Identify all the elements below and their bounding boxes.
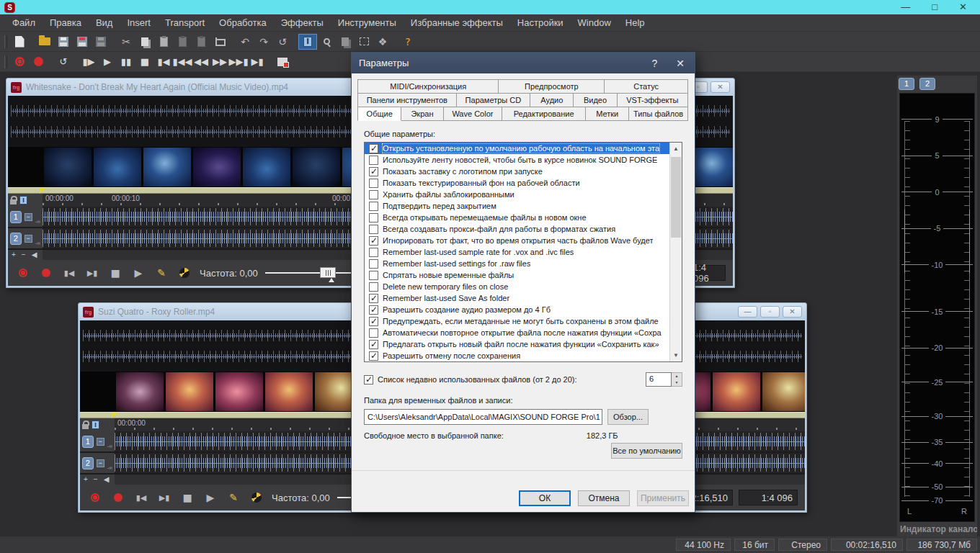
app-minimize-button[interactable]: —	[901, 1, 910, 14]
paste-special-icon[interactable]	[173, 34, 192, 50]
scrub-speaker-icon[interactable]	[177, 265, 192, 281]
track-number-button[interactable]: 1	[10, 211, 22, 223]
option-checkbox[interactable]	[369, 271, 378, 280]
tab-preview[interactable]: Предпросмотр	[498, 79, 605, 94]
option-checkbox[interactable]	[369, 305, 378, 315]
tab-vst-effects[interactable]: VST-эффекты	[617, 93, 688, 107]
cut-icon[interactable]: ✂	[117, 34, 135, 50]
option-checkbox[interactable]	[369, 213, 378, 222]
menu-favorite-effects[interactable]: Избранные эффекты	[404, 16, 509, 30]
option-checkbox[interactable]	[369, 144, 378, 153]
record-remote-icon[interactable]	[15, 265, 31, 281]
zoom-in-button[interactable]: +	[10, 251, 17, 259]
option-row[interactable]: Разрешить создание аудио размером до 4 Г…	[365, 304, 669, 315]
track-number-button[interactable]: 2	[82, 457, 94, 469]
track-minimize-button[interactable]: −	[97, 438, 104, 446]
option-row[interactable]: Remember last-used sample rate for .vox …	[365, 246, 669, 258]
scroll-down-arrow[interactable]: ▼	[670, 349, 682, 361]
open-file-icon[interactable]	[35, 34, 54, 50]
option-row[interactable]: Показать текстурированный фон на рабочей…	[365, 177, 669, 189]
dialog-close-button[interactable]: ✕	[676, 58, 685, 69]
scroll-up-arrow[interactable]: ▲	[670, 143, 682, 155]
level-meter[interactable]: 9 5 0 -5 -10 -15 -20 -25 -30 -35 -40 -50…	[899, 93, 975, 522]
toolbar-grip[interactable]	[4, 55, 7, 68]
tab-wave-color[interactable]: Wave Color	[443, 107, 503, 121]
repeat-icon[interactable]: ↺	[273, 34, 292, 50]
window-close-button[interactable]: ✕	[783, 306, 802, 318]
app-close-button[interactable]: ✕	[959, 1, 967, 14]
lock-icon[interactable]	[82, 424, 89, 429]
tab-display[interactable]: Экран	[401, 107, 443, 121]
track-minimize-button[interactable]: −	[97, 459, 104, 467]
save-as-icon[interactable]	[73, 34, 92, 50]
spinner-down-arrow[interactable]: ▼	[672, 379, 682, 386]
skip-forward-icon[interactable]: ▶▶▮	[229, 54, 248, 70]
go-to-end-icon[interactable]: ▶▮	[248, 54, 267, 70]
toolbar-grip[interactable]	[4, 35, 7, 48]
option-checkbox[interactable]	[369, 236, 378, 246]
option-row[interactable]: Спрятать новые временные файлы	[365, 269, 669, 281]
menu-file[interactable]: Файл	[6, 16, 42, 30]
option-row[interactable]: Игнорировать тот факт, что во время откр…	[365, 235, 669, 246]
option-checkbox[interactable]	[369, 317, 378, 326]
tab-editing[interactable]: Редактирование	[502, 107, 586, 121]
play-icon[interactable]: ▶	[130, 265, 146, 281]
recent-files-count-input[interactable]: 6	[646, 372, 672, 387]
option-checkbox[interactable]	[369, 202, 378, 211]
tab-file-types[interactable]: Типы файлов	[628, 107, 688, 121]
menu-insert[interactable]: Insert	[120, 16, 157, 30]
option-row[interactable]: Предупреждать, если метаданные не могут …	[365, 315, 669, 327]
tab-midi-sync[interactable]: MIDI/Синхронизация	[357, 79, 499, 94]
window-close-button[interactable]: ✕	[710, 81, 730, 93]
option-row[interactable]: Предлагать открыть новый файл после нажа…	[365, 338, 669, 350]
options-dialog[interactable]: Параметры ? ✕ MIDI/Синхронизация Предпро…	[351, 52, 695, 513]
record-remote-icon[interactable]	[10, 54, 29, 70]
menu-options[interactable]: Настройки	[511, 16, 570, 30]
magnify-tool-icon[interactable]	[317, 34, 336, 50]
option-checkbox[interactable]	[369, 179, 378, 188]
tab-status[interactable]: Статус	[604, 79, 688, 94]
tab-cd-settings[interactable]: Параметры CD	[456, 93, 531, 107]
general-options-list[interactable]: Открыть установленную по умолчанию рабоч…	[364, 142, 682, 362]
go-to-end-icon[interactable]: ▶▮	[84, 265, 100, 281]
scrub-speaker-icon[interactable]	[249, 490, 264, 505]
menu-edit[interactable]: Правка	[43, 16, 88, 30]
tab-video[interactable]: Видео	[573, 93, 617, 107]
marker-pencil-icon[interactable]: ✎	[226, 490, 241, 505]
option-row[interactable]: Подтвердить перед закрытием	[365, 200, 669, 212]
ok-button[interactable]: ОК	[519, 490, 571, 506]
paste-mix-icon[interactable]	[192, 34, 210, 50]
dialog-help-button[interactable]: ?	[651, 58, 657, 69]
window-minimize-button[interactable]: —	[738, 306, 757, 318]
menu-view[interactable]: Вид	[89, 16, 120, 30]
tab-toolbars[interactable]: Панели инструментов	[357, 93, 457, 107]
record-remote-icon[interactable]	[87, 490, 103, 505]
option-checkbox[interactable]	[369, 259, 378, 269]
save-icon[interactable]	[54, 34, 73, 50]
stop-icon[interactable]: ■	[107, 265, 123, 281]
marker-pencil-icon[interactable]: ✎	[153, 265, 169, 281]
trim-crop-icon[interactable]	[210, 34, 229, 50]
zoom-in-button[interactable]: +	[82, 475, 89, 484]
zoom-out-button[interactable]: −	[20, 251, 27, 259]
option-checkbox[interactable]	[369, 156, 378, 165]
track-number-button[interactable]: 1	[82, 436, 94, 448]
option-row[interactable]: Открыть установленную по умолчанию рабоч…	[365, 143, 669, 154]
go-to-start-icon[interactable]: ▮◀	[61, 265, 77, 281]
option-row[interactable]: Всегда создавать прокси-файл для работы …	[365, 223, 669, 235]
tab-general[interactable]: Общие	[357, 107, 401, 121]
whats-this-help-icon[interactable]: ?	[398, 34, 417, 50]
cancel-button[interactable]: Отмена	[578, 490, 630, 506]
menu-window[interactable]: Window	[571, 16, 618, 30]
edit-tool-icon[interactable]: I	[19, 196, 27, 204]
lock-icon[interactable]	[10, 199, 17, 204]
stop-icon[interactable]: ■	[179, 490, 195, 505]
play-all-icon[interactable]: ▮▶	[79, 54, 98, 70]
option-row[interactable]: Используйте ленту новостей, чтобы быть в…	[365, 154, 669, 166]
record-icon[interactable]	[110, 490, 126, 505]
paste-icon[interactable]	[154, 34, 173, 50]
edit-tool-icon[interactable]: I	[298, 34, 317, 50]
video-preview-icon[interactable]	[273, 54, 292, 70]
menu-help[interactable]: Help	[619, 16, 651, 30]
option-checkbox[interactable]	[369, 351, 378, 361]
